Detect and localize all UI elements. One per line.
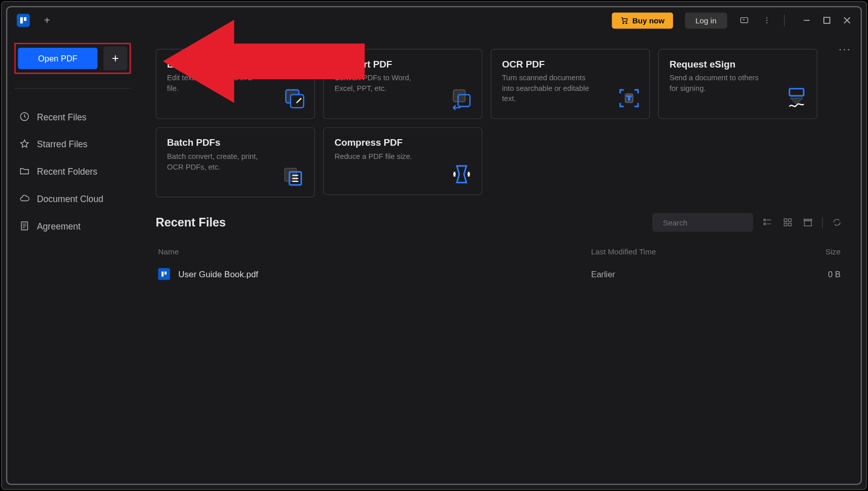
new-tab-button[interactable]: + [42, 15, 52, 26]
svg-rect-41 [161, 272, 163, 277]
column-modified: Last Modified Time [591, 247, 805, 256]
svg-rect-38 [784, 223, 787, 225]
sidebar-item-recent-files[interactable]: Recent Files [14, 103, 130, 130]
svg-rect-2 [24, 17, 26, 21]
search-box[interactable] [652, 213, 753, 232]
svg-point-7 [766, 20, 767, 21]
quick-tool-batch[interactable]: Batch PDFs Batch convert, create, print,… [156, 127, 315, 198]
quick-title: Batch PDFs [167, 138, 304, 148]
svg-rect-25 [285, 168, 296, 181]
main-content: ··· Edit Edit texts and images in a file… [138, 34, 861, 484]
titlebar: + Buy now Log in [7, 7, 860, 33]
column-name: Name [158, 247, 591, 256]
quick-desc: Edit texts and images in a file. [167, 73, 262, 94]
refresh-icon[interactable] [831, 216, 843, 228]
sidebar-item-agreement[interactable]: Agreement [14, 212, 130, 240]
sidebar-item-label: Agreement [37, 221, 81, 231]
quick-desc: Batch convert, create, print, OCR PDFs, … [167, 152, 262, 173]
document-icon [19, 220, 30, 231]
app-logo [17, 14, 30, 27]
message-icon[interactable] [739, 15, 750, 26]
quick-title: Convert PDF [335, 59, 471, 70]
kebab-menu-icon[interactable] [761, 15, 772, 26]
quick-desc: Reduce a PDF file size. [335, 152, 429, 162]
quick-tool-convert[interactable]: Convert PDF Convert PDFs to Word, Excel,… [323, 49, 483, 119]
archive-icon[interactable] [802, 216, 814, 228]
create-pdf-button[interactable]: + [104, 47, 127, 71]
ocr-icon: T [617, 86, 641, 110]
svg-rect-5 [741, 18, 748, 23]
svg-rect-24 [789, 89, 804, 96]
quick-title: OCR PDF [502, 59, 639, 70]
svg-rect-42 [164, 272, 166, 275]
clock-icon [19, 111, 30, 122]
file-size: 0 B [805, 269, 841, 279]
sidebar-item-label: Starred Files [37, 139, 87, 149]
sidebar-item-label: Recent Files [37, 112, 87, 122]
quick-title: Request eSign [670, 59, 806, 70]
quick-desc: Turn scanned documents into searchable o… [502, 73, 597, 104]
quick-tool-edit[interactable]: Edit Edit texts and images in a file. [156, 49, 315, 119]
buy-now-button[interactable]: Buy now [612, 12, 673, 28]
cloud-icon [19, 193, 30, 204]
svg-rect-33 [764, 223, 765, 224]
grid-view-icon[interactable] [782, 216, 793, 228]
sidebar: Open PDF + Recent Files Starred Files Re… [7, 34, 138, 484]
sidebar-item-label: Recent Folders [37, 166, 97, 176]
recent-files-title: Recent Files [156, 215, 644, 229]
quick-tool-compress[interactable]: Compress PDF Reduce a PDF file size. [323, 127, 483, 195]
search-input[interactable] [663, 218, 763, 227]
quick-tool-ocr[interactable]: OCR PDF Turn scanned documents into sear… [491, 49, 650, 119]
quick-desc: Convert PDFs to Word, Excel, PPT, etc. [335, 73, 429, 94]
file-row[interactable]: User Guide Book.pdf Earlier 0 B [156, 261, 843, 287]
svg-rect-1 [20, 17, 23, 23]
compress-icon [450, 162, 474, 186]
more-options-button[interactable]: ··· [839, 43, 851, 56]
open-pdf-button[interactable]: Open PDF [18, 48, 97, 69]
file-name: User Guide Book.pdf [178, 269, 258, 279]
pdf-file-icon [158, 268, 170, 280]
login-button[interactable]: Log in [685, 12, 727, 28]
esign-icon [785, 86, 809, 110]
minimize-button[interactable] [803, 16, 811, 24]
svg-point-3 [623, 23, 624, 24]
quick-tool-esign[interactable]: Request eSign Send a document to others … [658, 49, 818, 119]
quick-title: Edit [167, 59, 304, 70]
login-label: Log in [695, 16, 716, 25]
star-icon [19, 139, 30, 149]
svg-rect-10 [824, 17, 830, 23]
svg-rect-36 [784, 219, 787, 221]
svg-rect-39 [788, 223, 791, 225]
quick-desc: Send a document to others for signing. [670, 73, 764, 94]
svg-rect-20 [453, 90, 465, 102]
file-modified: Earlier [591, 269, 805, 279]
edit-icon [282, 86, 306, 110]
svg-rect-32 [764, 219, 765, 221]
svg-point-8 [766, 22, 767, 23]
open-pdf-highlight: Open PDF + [14, 43, 130, 74]
batch-icon [282, 165, 306, 188]
sidebar-item-recent-folders[interactable]: Recent Folders [14, 157, 130, 185]
file-table-header: Name Last Modified Time Size [156, 243, 843, 261]
svg-point-4 [626, 23, 627, 24]
svg-rect-40 [804, 220, 811, 226]
maximize-button[interactable] [823, 16, 831, 24]
quick-tools-grid: Edit Edit texts and images in a file. Co… [156, 49, 843, 198]
folder-icon [19, 166, 30, 177]
svg-point-6 [766, 17, 767, 18]
sidebar-item-document-cloud[interactable]: Document Cloud [14, 185, 130, 212]
svg-rect-19 [290, 94, 304, 108]
convert-icon [450, 86, 474, 110]
svg-rect-37 [788, 219, 791, 221]
sidebar-item-label: Document Cloud [37, 193, 104, 204]
buy-now-label: Buy now [632, 16, 664, 25]
open-pdf-label: Open PDF [38, 54, 77, 63]
list-view-icon[interactable] [761, 216, 773, 228]
svg-text:T: T [627, 94, 631, 101]
close-button[interactable] [843, 16, 851, 24]
column-size: Size [805, 247, 841, 256]
sidebar-item-starred-files[interactable]: Starred Files [14, 130, 130, 158]
quick-title: Compress PDF [335, 138, 471, 148]
recent-files-header: Recent Files [156, 213, 843, 232]
